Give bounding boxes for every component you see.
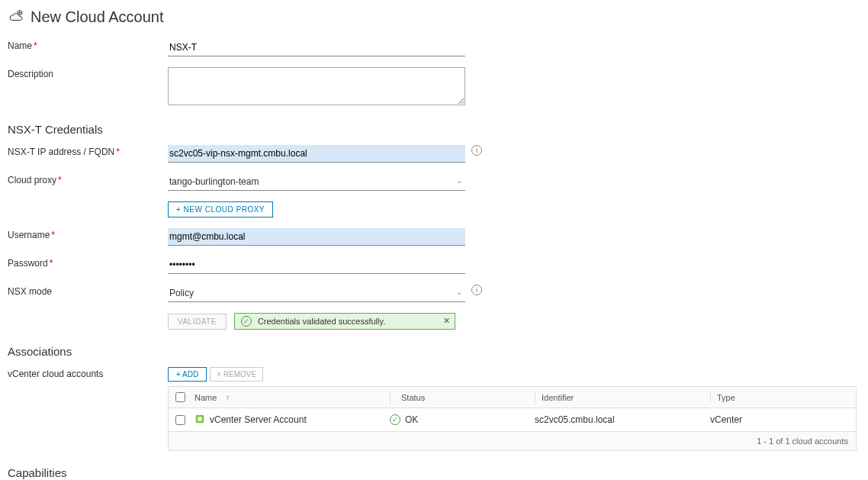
new-cloud-proxy-button[interactable]: + New Cloud Proxy [168,201,273,217]
description-textarea[interactable] [168,67,465,105]
col-type-header[interactable]: Type [717,393,735,402]
table-row[interactable]: vCenter Server Account ✓ OK sc2vc05.cmbu… [169,408,856,431]
add-association-button[interactable]: + Add [168,367,207,382]
select-all-checkbox[interactable] [175,392,185,402]
fqdn-input[interactable] [168,145,465,163]
col-identifier-header[interactable]: Identifier [542,393,574,402]
close-icon[interactable]: ✕ [443,316,450,326]
row-checkbox[interactable] [175,415,185,425]
col-status-header[interactable]: Status [401,393,425,402]
page-header: New Cloud Account [8,8,860,27]
row-name: vCenter Server Account [210,414,307,425]
info-icon[interactable]: i [471,145,482,156]
capabilities-section-title: Capabilities [8,466,860,479]
cloud-proxy-select[interactable]: tango-burlington-team ⌄ [168,173,465,191]
username-input[interactable] [168,228,465,246]
svg-rect-4 [198,417,201,420]
associations-table: Name ↑ Status Identifier Type vCenter Se… [168,386,857,451]
nsx-mode-select[interactable]: Policy ⌄ [168,285,465,302]
password-label: Password* [8,256,168,269]
fqdn-label: NSX-T IP address / FQDN* [8,145,168,157]
check-circle-icon: ✓ [241,316,252,327]
username-label: Username* [8,228,168,240]
status-ok-icon: ✓ [390,414,400,425]
vcenter-accounts-label: vCenter cloud accounts [8,367,168,379]
validation-message: Credentials validated successfully. [258,317,385,326]
name-input[interactable] [168,39,465,56]
page-title: New Cloud Account [31,8,164,26]
vcenter-icon [194,414,205,427]
name-label: Name* [8,39,168,51]
row-status: OK [405,414,418,425]
credentials-section-title: NSX-T Credentials [8,123,860,136]
info-icon[interactable]: i [471,285,482,295]
chevron-down-icon: ⌄ [456,176,462,185]
cloud-add-icon [8,8,24,27]
cloud-proxy-label: Cloud proxy* [8,173,168,185]
sort-asc-icon: ↑ [226,393,230,401]
col-name-header[interactable]: Name [194,393,217,402]
nsx-mode-label: NSX mode [8,285,168,297]
remove-association-button: × Remove [210,367,263,382]
password-input[interactable] [168,256,465,274]
description-label: Description [8,67,168,79]
validation-success-banner: ✓ Credentials validated successfully. ✕ [234,313,455,330]
chevron-down-icon: ⌄ [456,288,462,296]
validate-button: Validate [168,314,227,330]
table-footer: 1 - 1 of 1 cloud accounts [169,431,856,450]
row-identifier: sc2vc05.cmbu.local [535,414,615,425]
associations-section-title: Associations [8,345,860,358]
row-type: vCenter [710,414,742,425]
